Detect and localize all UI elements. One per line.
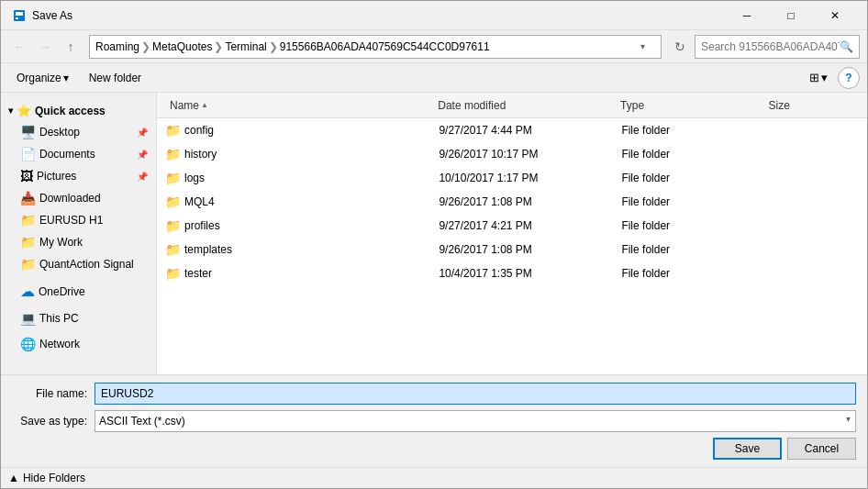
documents-icon: 📄 <box>20 147 36 161</box>
forward-button[interactable]: → <box>34 36 56 58</box>
breadcrumb-terminal[interactable]: Terminal <box>225 40 266 53</box>
search-icon: 🔍 <box>840 40 853 53</box>
file-date: 10/4/2017 1:35 PM <box>439 267 621 280</box>
sidebar-item-quantaction[interactable]: 📁 QuantAction Signal <box>1 253 156 275</box>
file-date: 10/10/2017 1:17 PM <box>439 172 621 184</box>
sidebar-item-downloaded-label: Downloaded <box>39 192 101 205</box>
column-header-type[interactable]: Type <box>615 95 762 116</box>
savetype-wrapper: ASCII Text (*.csv) <box>95 410 856 432</box>
breadcrumb-roaming[interactable]: Roaming <box>95 40 139 53</box>
help-button[interactable]: ? <box>838 67 860 89</box>
organize-arrow-icon: ▾ <box>63 72 69 84</box>
folder-icon: 📁 <box>165 266 181 281</box>
sidebar-item-desktop-label: Desktop <box>39 126 80 139</box>
file-name: tester <box>184 267 212 280</box>
up-button[interactable]: ↑ <box>60 36 82 58</box>
column-header-size[interactable]: Size <box>763 95 860 116</box>
table-row[interactable]: 📁 config 9/27/2017 4:44 PM File folder <box>157 118 867 142</box>
sidebar-item-network-label: Network <box>39 338 80 350</box>
back-button[interactable]: ← <box>8 36 30 58</box>
sort-arrow-icon: ▲ <box>201 101 208 109</box>
sidebar-item-quantaction-label: QuantAction Signal <box>39 258 134 271</box>
sidebar-item-onedrive[interactable]: ☁ OneDrive <box>1 279 156 304</box>
file-list-header: Name ▲ Date modified Type Size <box>157 93 867 118</box>
sidebar-item-eurusd-h1[interactable]: 📁 EURUSD H1 <box>1 209 156 231</box>
svg-rect-2 <box>16 17 18 19</box>
filename-label: File name: <box>12 387 95 400</box>
sidebar-item-downloaded[interactable]: 📥 Downloaded <box>1 187 156 209</box>
file-date: 9/26/2017 1:08 PM <box>439 243 621 256</box>
folder-icon: 📁 <box>165 123 181 138</box>
table-row[interactable]: 📁 templates 9/26/2017 1:08 PM File folde… <box>157 238 867 261</box>
breadcrumb: Roaming ❯ MetaQuotes ❯ Terminal ❯ 915566… <box>95 40 640 53</box>
file-date: 9/26/2017 10:17 PM <box>439 148 621 161</box>
sidebar-item-desktop[interactable]: 🖥️ Desktop 📌 <box>1 121 156 143</box>
file-name: MQL4 <box>184 195 215 208</box>
dialog-icon <box>12 8 27 23</box>
search-input[interactable] <box>701 40 840 53</box>
folder-icon: 📁 <box>165 171 181 185</box>
column-header-name[interactable]: Name ▲ <box>164 95 432 116</box>
sidebar-item-my-work[interactable]: 📁 My Work <box>1 231 156 253</box>
file-type: File folder <box>621 195 767 208</box>
breadcrumb-metaquotes[interactable]: MetaQuotes <box>152 40 212 53</box>
file-type: File folder <box>621 124 767 137</box>
pin-icon-docs: 📌 <box>137 150 148 160</box>
column-header-date[interactable]: Date modified <box>432 95 615 116</box>
action-bar: Organize ▾ New folder ⊞ ▾ ? <box>1 63 867 93</box>
savetype-row: Save as type: ASCII Text (*.csv) <box>12 410 856 432</box>
save-button[interactable]: Save <box>713 438 782 460</box>
filename-input[interactable] <box>95 383 856 405</box>
maximize-button[interactable]: □ <box>770 5 812 27</box>
file-name: config <box>184 124 214 137</box>
sidebar-item-onedrive-label: OneDrive <box>39 285 85 298</box>
hide-folders-bar[interactable]: ▲ Hide Folders <box>1 467 867 488</box>
refresh-button[interactable]: ↻ <box>669 36 691 58</box>
table-row[interactable]: 📁 profiles 9/27/2017 4:21 PM File folder <box>157 214 867 238</box>
main-area: ▾ ⭐ Quick access 🖥️ Desktop 📌 📄 Document… <box>1 93 867 374</box>
action-buttons: Save Cancel <box>12 438 856 460</box>
savetype-select[interactable]: ASCII Text (*.csv) <box>95 410 856 432</box>
savetype-label: Save as type: <box>12 415 95 428</box>
table-row[interactable]: 📁 tester 10/4/2017 1:35 PM File folder <box>157 261 867 285</box>
folder-icon: 📁 <box>165 147 181 161</box>
file-list: Name ▲ Date modified Type Size 📁 config <box>157 93 867 374</box>
cancel-button[interactable]: Cancel <box>787 438 856 460</box>
this-pc-icon: 💻 <box>20 311 36 326</box>
table-row[interactable]: 📁 logs 10/10/2017 1:17 PM File folder <box>157 166 867 190</box>
new-folder-button[interactable]: New folder <box>81 68 150 88</box>
sidebar-item-this-pc-label: This PC <box>39 312 79 325</box>
organize-label: Organize <box>17 72 61 84</box>
view-grid-icon: ⊞ <box>809 71 819 84</box>
minimize-button[interactable]: ─ <box>726 5 768 27</box>
table-row[interactable]: 📁 history 9/26/2017 10:17 PM File folder <box>157 142 867 166</box>
downloaded-icon: 📥 <box>20 191 36 206</box>
sidebar-item-pictures-label: Pictures <box>37 170 76 183</box>
sidebar-item-documents[interactable]: 📄 Documents 📌 <box>1 143 156 165</box>
folder-icon: 📁 <box>165 218 181 233</box>
sidebar-item-pictures[interactable]: 🖼 Pictures 📌 <box>1 165 156 187</box>
quantaction-folder-icon: 📁 <box>20 257 36 272</box>
sidebar-item-eurusd-label: EURUSD H1 <box>39 214 103 227</box>
sidebar-item-work-label: My Work <box>39 236 83 249</box>
filename-row: File name: <box>12 383 856 405</box>
title-bar: Save As ─ □ ✕ <box>1 1 867 30</box>
onedrive-icon: ☁ <box>20 283 35 300</box>
breadcrumb-folder-id[interactable]: 915566BA06ADA407569C544CC0D97611 <box>280 40 490 53</box>
save-as-dialog: Save As ─ □ ✕ ← → ↑ Roaming ❯ MetaQuotes… <box>0 0 868 489</box>
sidebar-item-network[interactable]: 🌐 Network <box>1 333 156 355</box>
table-row[interactable]: 📁 MQL4 9/26/2017 1:08 PM File folder <box>157 190 867 214</box>
folder-icon: 📁 <box>165 194 181 209</box>
file-date: 9/27/2017 4:44 PM <box>439 124 621 137</box>
address-dropdown-arrow[interactable]: ▾ <box>640 41 655 51</box>
organize-button[interactable]: Organize ▾ <box>8 68 77 88</box>
view-button[interactable]: ⊞ ▾ <box>803 67 834 88</box>
quick-access-header[interactable]: ▾ ⭐ Quick access <box>1 100 156 121</box>
file-name: logs <box>184 172 205 184</box>
hide-folders-arrow-icon: ▲ <box>8 472 19 484</box>
close-button[interactable]: ✕ <box>814 5 856 27</box>
sidebar-item-this-pc[interactable]: 💻 This PC <box>1 307 156 329</box>
file-type: File folder <box>621 172 767 184</box>
file-type: File folder <box>621 148 767 161</box>
window-controls: ─ □ ✕ <box>726 5 856 27</box>
